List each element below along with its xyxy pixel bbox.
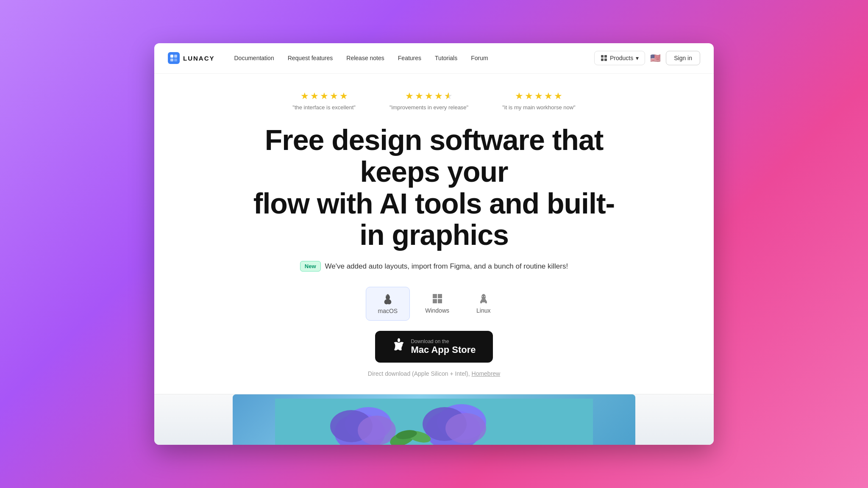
chevron-down-icon: ▾ xyxy=(636,55,639,61)
new-text: We've added auto layouts, import from Fi… xyxy=(325,262,568,271)
hero-heading-line2: flow with AI tools and built-in graphics xyxy=(253,187,615,251)
svg-point-8 xyxy=(386,295,387,296)
svg-rect-11 xyxy=(433,299,437,303)
nav-right: Products ▾ 🇺🇸 Sign in xyxy=(594,51,700,65)
main-content: ★ ★ ★ ★ ★ "the interface is excellent" ★… xyxy=(154,74,714,377)
svg-rect-7 xyxy=(604,58,607,61)
macos-icon xyxy=(382,293,394,305)
ratings-row: ★ ★ ★ ★ ★ "the interface is excellent" ★… xyxy=(168,91,700,111)
os-tabs: macOS Windows xyxy=(168,287,700,321)
svg-rect-0 xyxy=(170,55,173,58)
stars-3: ★ ★ ★ ★ ★ xyxy=(515,91,562,102)
svg-rect-6 xyxy=(601,58,604,61)
os-tab-windows[interactable]: Windows xyxy=(413,287,461,321)
logo-icon xyxy=(168,52,180,64)
svg-rect-9 xyxy=(433,294,437,298)
nav-features[interactable]: Features xyxy=(392,51,427,65)
rating-quote-3: "it is my main workhorse now" xyxy=(502,104,576,111)
svg-point-14 xyxy=(482,296,483,297)
products-label: Products xyxy=(610,55,633,61)
svg-point-13 xyxy=(481,294,486,300)
rating-2: ★ ★ ★ ★ ★ ★ "improvements in every relea… xyxy=(389,91,468,111)
half-star: ★ ★ xyxy=(444,91,453,102)
main-window: LUNACY Documentation Request features Re… xyxy=(154,43,714,445)
svg-rect-3 xyxy=(174,58,177,61)
products-button[interactable]: Products ▾ xyxy=(594,51,645,65)
os-tab-linux[interactable]: Linux xyxy=(465,287,502,321)
rating-quote-1: "the interface is excellent" xyxy=(292,104,356,111)
app-screenshot xyxy=(233,394,635,445)
logo-text: LUNACY xyxy=(183,55,215,62)
svg-rect-2 xyxy=(170,58,173,61)
nav-documentation[interactable]: Documentation xyxy=(228,51,280,65)
svg-rect-1 xyxy=(174,55,177,58)
hero-heading: Free design software that keeps your flo… xyxy=(243,124,625,251)
preview-container xyxy=(154,394,714,445)
hero-heading-line1: Free design software that keeps your xyxy=(265,124,604,188)
windows-label: Windows xyxy=(425,307,449,314)
rating-quote-2: "improvements in every release" xyxy=(389,104,468,111)
flowers-svg xyxy=(275,399,593,445)
macos-label: macOS xyxy=(378,308,398,314)
nav-tutorials[interactable]: Tutorials xyxy=(429,51,463,65)
nav-request-features[interactable]: Request features xyxy=(282,51,339,65)
direct-links: Direct download (Apple Silicon + Intel),… xyxy=(168,370,700,377)
svg-rect-4 xyxy=(601,55,604,58)
windows-icon xyxy=(431,293,443,305)
svg-point-27 xyxy=(445,413,486,444)
language-flag[interactable]: 🇺🇸 xyxy=(650,53,661,63)
logo[interactable]: LUNACY xyxy=(168,52,215,64)
download-mac-button[interactable]: Download on the Mac App Store xyxy=(375,331,492,363)
linux-icon xyxy=(478,293,490,305)
svg-rect-12 xyxy=(438,299,442,303)
download-small-text: Download on the xyxy=(411,338,449,344)
new-badge-row: New We've added auto layouts, import fro… xyxy=(168,261,700,272)
rating-1: ★ ★ ★ ★ ★ "the interface is excellent" xyxy=(292,91,356,111)
svg-rect-5 xyxy=(604,55,607,58)
svg-point-23 xyxy=(358,416,396,445)
svg-point-15 xyxy=(484,296,485,297)
linux-label: Linux xyxy=(476,307,490,314)
nav-release-notes[interactable]: Release notes xyxy=(340,51,390,65)
nav-links: Documentation Request features Release n… xyxy=(228,51,591,65)
apple-icon xyxy=(392,338,405,356)
app-preview xyxy=(154,394,714,445)
svg-point-18 xyxy=(398,338,400,342)
navbar: LUNACY Documentation Request features Re… xyxy=(154,43,714,74)
rating-3: ★ ★ ★ ★ ★ "it is my main workhorse now" xyxy=(502,91,576,111)
homebrew-link[interactable]: Homebrew xyxy=(472,370,501,377)
sign-in-button[interactable]: Sign in xyxy=(666,51,700,65)
svg-rect-10 xyxy=(438,294,442,298)
os-tab-macos[interactable]: macOS xyxy=(366,287,410,321)
grid-icon xyxy=(601,55,607,61)
new-badge: New xyxy=(300,261,321,272)
nav-forum[interactable]: Forum xyxy=(465,51,494,65)
stars-1: ★ ★ ★ ★ ★ xyxy=(300,91,348,102)
download-large-text: Mac App Store xyxy=(411,344,476,355)
direct-download-text: Direct download (Apple Silicon + Intel), xyxy=(368,370,470,377)
download-btn-text: Download on the Mac App Store xyxy=(411,338,476,355)
stars-2: ★ ★ ★ ★ ★ ★ xyxy=(405,91,453,102)
